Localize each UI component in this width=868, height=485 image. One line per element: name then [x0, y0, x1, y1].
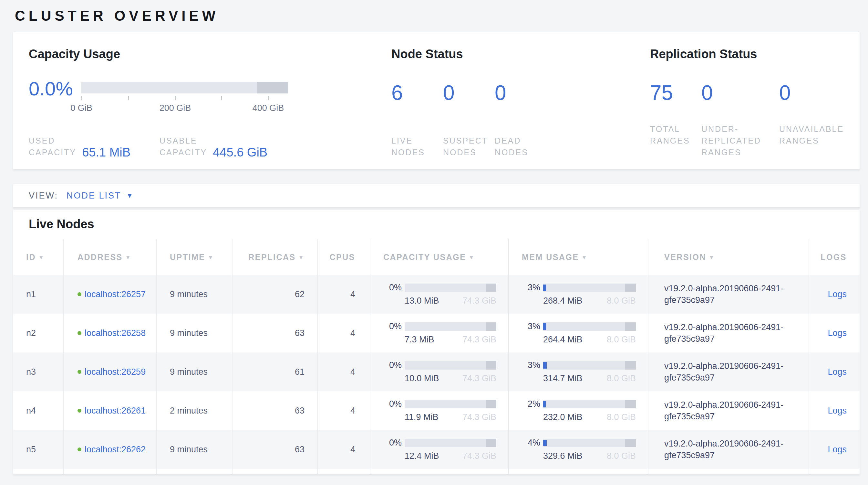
table-row: n4localhost:262612 minutes634 0% 11.9 Mi…	[13, 391, 860, 430]
usage-bar	[405, 284, 496, 292]
live-status-dot	[78, 409, 82, 412]
usage-used-value: 13.0 MiB	[405, 296, 439, 306]
usage-total-value: 74.3 GiB	[462, 373, 496, 383]
version-text: v19.2.0-alpha.20190606-2491-gfe735c9a97	[664, 283, 801, 306]
node-replicas-cell: 61	[232, 352, 318, 391]
live-nodes-title: Live Nodes	[13, 210, 860, 239]
suspect-nodes-label: SUSPECT NODES	[443, 135, 495, 158]
gauge-tick	[268, 96, 269, 100]
usage-used-value: 10.0 MiB	[405, 373, 439, 383]
capacity-gauge-tick-labels: 0 GiB200 GiB400 GiB	[82, 103, 288, 114]
live-nodes-label: LIVE NODES	[392, 135, 443, 158]
sort-caret-icon: ▼	[709, 254, 715, 261]
table-row: n2localhost:262589 minutes634 0% 7.3 MiB…	[13, 314, 860, 352]
gauge-tick	[221, 96, 222, 100]
sort-caret-icon: ▼	[38, 254, 44, 261]
node-logs-cell: Logs	[809, 314, 860, 352]
usage-widget: 4% 329.6 MiB 8.0 GiB	[509, 438, 647, 461]
node-logs-cell: Logs	[809, 275, 860, 314]
logs-link[interactable]: Logs	[828, 445, 847, 454]
node-address-link[interactable]: localhost:26257	[85, 289, 146, 299]
usage-bar-reserved-segment	[625, 322, 636, 331]
column-header-label: MEM USAGE	[522, 253, 579, 262]
usage-used-value: 11.9 MiB	[405, 412, 438, 422]
column-header-label: ID	[26, 253, 36, 262]
gauge-tick	[82, 96, 82, 100]
usage-used-value: 264.4 MiB	[543, 335, 583, 345]
column-header-label: REPLICAS	[248, 253, 296, 262]
node-address-cell: localhost:26262	[63, 430, 156, 469]
node-uptime-cell: 2 minutes	[156, 391, 232, 430]
node-uptime-cell: 9 minutes	[156, 430, 232, 469]
usage-used-value: 232.0 MiB	[543, 412, 583, 422]
empty-cell	[318, 469, 370, 474]
node-address-link[interactable]: localhost:26259	[85, 367, 146, 377]
node-mem-usage-cell: 4% 329.6 MiB 8.0 GiB	[508, 430, 648, 469]
logs-link[interactable]: Logs	[828, 406, 847, 416]
usage-bar	[405, 361, 496, 370]
logs-link[interactable]: Logs	[828, 367, 847, 377]
view-label: VIEW:	[29, 191, 58, 201]
node-id-cell: n4	[13, 391, 63, 430]
node-logs-cell: Logs	[809, 391, 860, 430]
node-capacity-usage-cell: 0% 13.0 MiB 74.3 GiB	[370, 275, 508, 314]
version-text: v19.2.0-alpha.20190606-2491-gfe735c9a97	[664, 399, 801, 422]
capacity-gauge: 0 GiB200 GiB400 GiB	[82, 77, 288, 114]
node-mem-usage-cell: 2% 232.0 MiB 8.0 GiB	[508, 391, 648, 430]
column-header-id[interactable]: ID▼	[13, 239, 63, 275]
suspect-nodes-count: 0	[443, 81, 495, 105]
view-bar: VIEW: NODE LIST ▼	[13, 184, 860, 207]
usage-bar-fill	[543, 285, 546, 291]
node-capacity-usage-cell: 0% 7.3 MiB 74.3 GiB	[370, 314, 508, 352]
usage-bar-reserved-segment	[625, 400, 636, 408]
table-row: n5localhost:262629 minutes634 0% 12.4 Mi…	[13, 430, 860, 469]
logs-link[interactable]: Logs	[828, 289, 847, 299]
node-id-cell: n3	[13, 352, 63, 391]
column-header-uptime[interactable]: UPTIME▼	[156, 239, 232, 275]
usage-percent: 2%	[522, 399, 540, 409]
node-address-link[interactable]: localhost:26258	[85, 328, 146, 338]
node-cpus-cell: 4	[318, 314, 370, 352]
column-header-memory[interactable]: MEM USAGE▼	[508, 239, 648, 275]
empty-cell	[232, 469, 318, 474]
view-selector-dropdown[interactable]: NODE LIST ▼	[66, 191, 133, 201]
usage-bar	[405, 322, 496, 331]
column-header-replicas[interactable]: REPLICAS▼	[232, 239, 318, 275]
node-version-cell: v19.2.0-alpha.20190606-2491-gfe735c9a97	[648, 430, 809, 469]
usage-widget: 0% 7.3 MiB 74.3 GiB	[371, 321, 508, 345]
empty-cell	[13, 469, 63, 474]
column-header-address[interactable]: ADDRESS▼	[63, 239, 156, 275]
node-uptime-cell: 9 minutes	[156, 314, 232, 352]
replication-status-section: Replication Status 75 0 0 TOTAL RANGES U…	[650, 47, 860, 170]
used-capacity-value: 65.1 MiB	[82, 145, 130, 160]
usage-total-value: 8.0 GiB	[607, 296, 636, 306]
usage-bar-reserved-segment	[486, 322, 496, 331]
summary-card: Capacity Usage 0.0% 0 GiB200 GiB400 GiB …	[13, 32, 860, 169]
table-row: n3localhost:262599 minutes614 0% 10.0 Mi…	[13, 352, 860, 391]
column-header-cpus: CPUS	[318, 239, 370, 275]
node-mem-usage-cell: 3% 268.4 MiB 8.0 GiB	[508, 275, 648, 314]
usage-widget: 3% 264.4 MiB 8.0 GiB	[509, 321, 647, 345]
column-header-capacity[interactable]: CAPACITY USAGE▼	[370, 239, 508, 275]
logs-link[interactable]: Logs	[828, 328, 847, 338]
capacity-gauge-reserved-segment	[257, 82, 288, 93]
node-address-link[interactable]: localhost:26262	[85, 445, 146, 454]
usage-percent: 0%	[383, 321, 402, 332]
usage-widget: 0% 10.0 MiB 74.3 GiB	[371, 360, 508, 383]
node-replicas-cell: 63	[232, 430, 318, 469]
empty-cell	[370, 469, 508, 474]
column-header-version[interactable]: VERSION▼	[648, 239, 809, 275]
usage-bar-fill	[543, 440, 547, 446]
usage-percent: 0%	[383, 438, 402, 448]
usage-used-value: 7.3 MiB	[405, 335, 434, 345]
usage-total-value: 74.3 GiB	[462, 296, 496, 306]
sort-caret-icon: ▼	[469, 254, 475, 261]
gauge-tick-label: 400 GiB	[252, 103, 284, 113]
usage-widget: 3% 268.4 MiB 8.0 GiB	[509, 283, 647, 306]
capacity-gauge-bar	[82, 82, 288, 93]
table-row: n1localhost:262579 minutes624 0% 13.0 Mi…	[13, 275, 860, 314]
node-logs-cell: Logs	[809, 430, 860, 469]
node-address-link[interactable]: localhost:26261	[85, 406, 146, 416]
capacity-usage-section: Capacity Usage 0.0% 0 GiB200 GiB400 GiB …	[29, 47, 392, 170]
column-header-label: LOGS	[820, 253, 847, 262]
